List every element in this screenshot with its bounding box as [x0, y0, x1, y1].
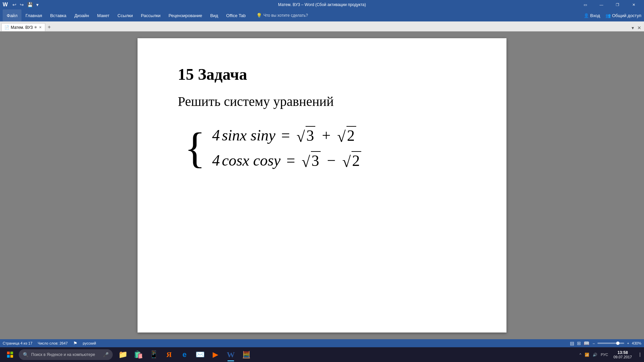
sign-in-label: Вход	[590, 13, 600, 18]
zoom-out-button[interactable]: –	[593, 341, 595, 345]
file-explorer-icon: 📁	[118, 350, 127, 359]
zoom-level[interactable]: 430%	[632, 341, 641, 345]
taskbar-search-label: Поиск в Яндексе и на компьютере	[31, 352, 95, 357]
status-bar: Страница 4 из 17 Число слов: 2647 ⚑ русс…	[0, 339, 644, 347]
taskbar-word[interactable]: W	[223, 347, 238, 362]
taskbar-phone[interactable]: 📱	[146, 347, 161, 362]
modified-indicator: ✱	[34, 25, 37, 29]
equations: 4 sinx siny = √ 3 + √ 2	[212, 126, 362, 170]
taskbar-apps: 📁 🛍️ 📱 Я e ✉️ ▶ W 🧮	[115, 347, 254, 362]
edge-icon: e	[182, 350, 186, 359]
show-desktop-button[interactable]: ▕	[636, 352, 641, 358]
windows-logo-icon	[7, 351, 13, 358]
sign-in-button[interactable]: 👤 Вход	[584, 13, 600, 18]
tab-scroll-right[interactable]: ▾	[630, 24, 635, 31]
menu-design[interactable]: Дизайн	[70, 9, 93, 21]
redo-button[interactable]: ↪	[18, 1, 25, 8]
word-count: Число слов: 2647	[38, 341, 68, 345]
sqrt-sign-2: √	[337, 129, 345, 144]
tube-icon: ▶	[213, 350, 218, 359]
network-icon[interactable]: 📶	[583, 352, 591, 358]
share-icon: 👥	[605, 13, 611, 18]
menu-view[interactable]: Вид	[206, 9, 222, 21]
taskbar-search[interactable]: 🔍 Поиск в Яндексе и на компьютере 🎤	[19, 349, 113, 360]
minimize-button[interactable]: —	[594, 0, 609, 9]
eq2-sqrt2: √ 2	[342, 151, 361, 170]
new-tab-button[interactable]: +	[45, 23, 53, 31]
read-mode-view[interactable]: 📖	[583, 341, 590, 346]
svg-rect-0	[7, 352, 10, 354]
taskbar-calculator[interactable]: 🧮	[239, 347, 254, 362]
title-bar: W ↩ ↪ 💾 ▾ Матем. ВУЗ – Word (Сбой актива…	[0, 0, 644, 9]
equation-1: 4 sinx siny = √ 3 + √ 2	[212, 126, 362, 144]
customize-quick-access[interactable]: ▾	[35, 1, 40, 8]
doc-tab-icon: 📄	[4, 25, 9, 30]
tab-close-all[interactable]: ✕	[636, 24, 643, 31]
taskbar-mail[interactable]: ✉️	[193, 347, 207, 362]
save-button[interactable]: 💾	[26, 1, 34, 8]
taskbar-store[interactable]: 🛍️	[131, 347, 146, 362]
header-right: 👤 Вход 👥 Общий доступ	[584, 13, 641, 18]
eq1-coeff: 4	[212, 126, 220, 144]
taskbar-file-explorer[interactable]: 📁	[115, 347, 130, 362]
tab-bar: 📄 Матем. ВУЗ ✱ ✕ + ▾ ✕	[0, 21, 644, 32]
menu-office-tab[interactable]: Office Tab	[222, 9, 250, 21]
zoom-in-button[interactable]: +	[627, 341, 629, 345]
document-area: 15 Задача Решить систему уравнений { 4 s…	[0, 32, 644, 339]
print-layout-view[interactable]: ▤	[569, 341, 575, 346]
start-button[interactable]	[3, 347, 17, 362]
sqrt-content-2: 2	[346, 126, 356, 144]
ribbon-display-options-button[interactable]: ▭	[578, 0, 593, 9]
mic-icon[interactable]: 🎤	[103, 352, 109, 357]
menu-review[interactable]: Рецензирование	[164, 9, 206, 21]
window-title: Матем. ВУЗ – Word (Сбой активации продук…	[278, 2, 366, 7]
clock[interactable]: 13:58 09.07.2017	[611, 350, 635, 360]
eq1-plus: +	[318, 126, 334, 144]
subtitle: Решить систему уравнений	[178, 94, 466, 109]
menu-file[interactable]: Файл	[3, 9, 21, 21]
tell-me-label: Что вы хотите сделать?	[263, 13, 308, 18]
zoom-thumb[interactable]	[616, 342, 620, 345]
tab-scroll-controls: ▾ ✕	[630, 24, 644, 31]
current-time: 13:58	[613, 350, 632, 355]
eq2-coeff: 4	[212, 152, 220, 169]
menu-layout[interactable]: Макет	[93, 9, 113, 21]
taskbar-edge[interactable]: e	[177, 347, 192, 362]
doc-tab-label: Матем. ВУЗ	[11, 25, 33, 30]
document-tab[interactable]: 📄 Матем. ВУЗ ✱ ✕	[1, 23, 45, 31]
keyboard-layout[interactable]: РУС	[599, 352, 609, 357]
maximize-button[interactable]: ❐	[610, 0, 625, 9]
menu-home[interactable]: Главная	[21, 9, 46, 21]
sqrt-content-4: 2	[352, 151, 361, 170]
taskbar-tube[interactable]: ▶	[208, 347, 223, 362]
taskbar: 🔍 Поиск в Яндексе и на компьютере 🎤 📁 🛍️…	[0, 347, 644, 362]
undo-button[interactable]: ↩	[11, 1, 18, 8]
left-brace: {	[184, 126, 205, 170]
menu-mailings[interactable]: Рассылки	[137, 9, 164, 21]
eq1-sqrt3: √ 3	[297, 126, 315, 144]
web-layout-view[interactable]: ⊞	[576, 341, 582, 346]
menu-references[interactable]: Ссылки	[113, 9, 137, 21]
yandex-icon: Я	[166, 350, 172, 359]
share-button[interactable]: 👥 Общий доступ	[605, 13, 641, 18]
tray-expand-icon[interactable]: ^	[578, 352, 583, 357]
eq1-equals: =	[277, 126, 294, 144]
sqrt-content-3: 3	[311, 151, 321, 170]
equation-2: 4 cosx cosy = √ 3 − √ 2	[212, 151, 362, 170]
person-icon: 👤	[584, 13, 589, 18]
title-bar-controls: ▭ — ❐ ✕	[578, 0, 641, 9]
close-button[interactable]: ✕	[626, 0, 641, 9]
tray-icons: ^ 📶 🔊 РУС	[578, 352, 609, 358]
tell-me-search[interactable]: 💡 Что вы хотите сделать?	[256, 13, 308, 18]
zoom-slider[interactable]	[597, 343, 624, 344]
menu-insert[interactable]: Вставка	[46, 9, 70, 21]
tab-close-button[interactable]: ✕	[38, 25, 42, 29]
taskbar-yandex[interactable]: Я	[162, 347, 176, 362]
page-info: Страница 4 из 17	[3, 341, 33, 345]
eq1-func: sinx siny	[222, 126, 275, 144]
word-app-icon: W	[3, 2, 8, 8]
search-icon: 🔍	[23, 352, 29, 357]
volume-icon[interactable]: 🔊	[591, 352, 599, 358]
phone-icon: 📱	[149, 350, 158, 359]
eq2-sqrt3: √ 3	[302, 151, 320, 170]
